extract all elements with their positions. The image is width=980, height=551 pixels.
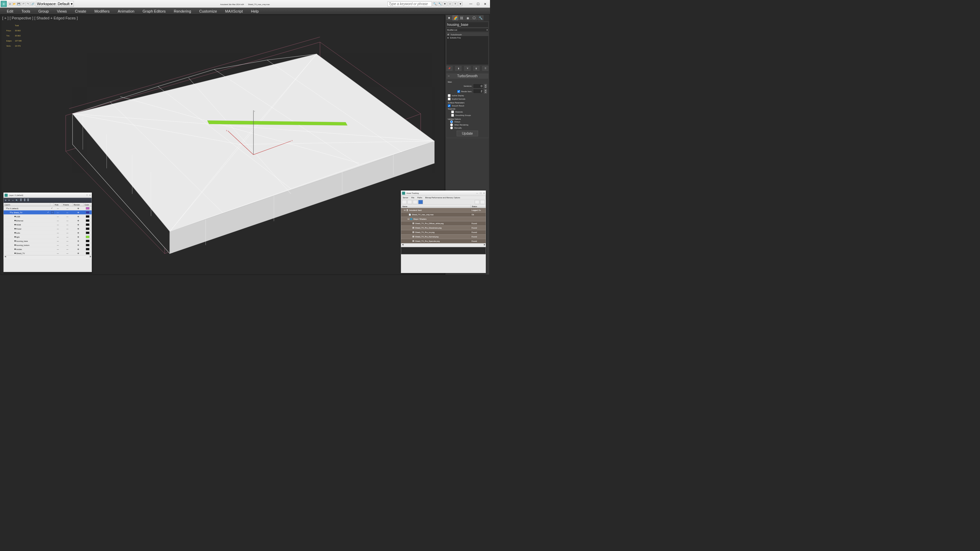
layer-row[interactable]: ⊟≡0 (default)✓——👁: [4, 206, 92, 211]
col-hide[interactable]: Hide: [54, 203, 62, 206]
smooth-result-checkbox[interactable]: [448, 105, 450, 107]
layer-row[interactable]: ◆insides——👁: [4, 247, 92, 251]
always-radio[interactable]: [450, 121, 453, 123]
select-layers-icon[interactable]: ≣: [20, 199, 22, 202]
iterations-field[interactable]: [473, 84, 483, 89]
maximize-icon[interactable]: ☐: [480, 192, 482, 195]
favorite-icon[interactable]: ☆: [448, 2, 452, 6]
asset-row[interactable]: 🖼Shield_TV_Pro_Normal.pngFound: [401, 235, 486, 239]
explicit-normals-checkbox[interactable]: [448, 98, 450, 100]
col-color[interactable]: Color: [84, 203, 92, 206]
close-icon[interactable]: ✕: [483, 192, 485, 195]
isoline-checkbox[interactable]: [448, 94, 450, 97]
delete-layer-icon[interactable]: ✕: [8, 199, 10, 202]
make-unique-icon[interactable]: ∀: [465, 66, 471, 71]
asset-menu-server[interactable]: Server: [403, 197, 408, 198]
layer-row[interactable]: ⊟≡Shield_TV✓——👁: [4, 211, 92, 214]
modifier-editable-poly[interactable]: ■Editable Poly: [447, 36, 488, 39]
render-iters-spinner[interactable]: ▲▼: [484, 89, 487, 93]
asset-row[interactable]: 🖼Shield_TV_Pro_Specular.pngFound: [401, 239, 486, 243]
col-name[interactable]: Name: [401, 205, 471, 208]
table-view-icon[interactable]: [418, 200, 423, 204]
minimize-icon[interactable]: —: [476, 192, 479, 195]
hierarchy-tab-icon[interactable]: ⛓: [459, 15, 465, 21]
modifier-stack[interactable]: ◐TurboSmooth■Editable Poly: [447, 33, 488, 65]
asset-window-titlebar[interactable]: Asset Tracking —☐✕: [401, 191, 486, 196]
search-go-icon[interactable]: 🔍: [433, 2, 437, 6]
layer-window-titlebar[interactable]: Layer: 0 (default) ?✕: [4, 193, 92, 198]
layer-manager-window[interactable]: Layer: 0 (default) ?✕ ≋ ✕ ＋ 🔍 ≣ ≣ ≣ Laye…: [3, 192, 92, 272]
iterations-spinner[interactable]: ▲▼: [484, 84, 487, 88]
freeze-unfreeze-icon[interactable]: ≣: [27, 199, 29, 202]
redo-icon[interactable]: ↷: [26, 2, 30, 6]
tree-icon[interactable]: [413, 200, 417, 204]
col-render[interactable]: Render: [73, 203, 84, 206]
asset-tracking-window[interactable]: Asset Tracking —☐✕ ServerFilePathsBitmap…: [401, 191, 486, 273]
select-objects-icon[interactable]: 🔍: [16, 199, 18, 202]
update-button[interactable]: Update: [457, 130, 478, 137]
col-layers[interactable]: Layers: [4, 203, 50, 206]
layer-row[interactable]: ◆Ethernet——👁: [4, 219, 92, 223]
menu-help[interactable]: Help: [251, 9, 259, 13]
link-icon[interactable]: 🔗: [31, 2, 35, 6]
when-rendering-radio[interactable]: [450, 124, 453, 126]
asset-row[interactable]: 📄Shield_TV_max_vray.maxOk: [401, 213, 486, 217]
create-tab-icon[interactable]: ✹: [446, 15, 452, 21]
pin-stack-icon[interactable]: 📌: [447, 66, 453, 71]
smoothing-groups-checkbox[interactable]: [451, 114, 454, 117]
motion-tab-icon[interactable]: ◉: [465, 15, 471, 21]
new-layer-icon[interactable]: ≋: [5, 199, 6, 202]
render-iters-field[interactable]: [473, 89, 483, 94]
options-icon[interactable]: [480, 200, 485, 204]
workspace-dropdown[interactable]: Workspace: Default: [36, 1, 74, 6]
menu-edit[interactable]: Edit: [7, 9, 13, 13]
menu-animation[interactable]: Animation: [118, 9, 134, 13]
asset-menu-file[interactable]: File: [411, 197, 414, 198]
col-status[interactable]: Status: [471, 205, 486, 208]
display-tab-icon[interactable]: 🖵: [471, 15, 477, 21]
menu-rendering[interactable]: Rendering: [174, 9, 191, 13]
hide-unhide-icon[interactable]: ≣: [24, 199, 25, 202]
show-end-result-icon[interactable]: ▮: [455, 66, 461, 71]
manually-radio[interactable]: [450, 127, 453, 129]
menu-customize[interactable]: Customize: [199, 9, 217, 13]
layer-row[interactable]: ◆Shield_TV——👁: [4, 251, 92, 256]
help-dropdown-icon[interactable]: ▾: [458, 2, 463, 6]
close-icon[interactable]: ✕: [89, 194, 91, 197]
asset-menu-bitmap[interactable]: Bitmap Performance and Memory Options: [425, 197, 460, 198]
menu-views[interactable]: Views: [57, 9, 67, 13]
asset-menu-paths[interactable]: Paths: [417, 197, 422, 198]
open-icon[interactable]: 📂: [13, 2, 17, 6]
layer-row[interactable]: ◆HDMI——👁: [4, 223, 92, 227]
refresh-icon[interactable]: [402, 200, 407, 204]
add-icon[interactable]: ＋: [12, 199, 14, 202]
save-icon[interactable]: 💾: [17, 2, 21, 6]
undo-icon[interactable]: ↶: [21, 2, 25, 6]
minimize-button[interactable]: —: [468, 2, 473, 6]
close-button[interactable]: ✕: [482, 2, 488, 6]
subscription-icon[interactable]: 🔧: [438, 2, 442, 6]
layer-row[interactable]: ◆housing_base——👁: [4, 239, 92, 243]
rollout-header[interactable]: TurboSmooth: [447, 74, 488, 79]
settings-icon[interactable]: [475, 200, 479, 204]
layer-row[interactable]: ◆housing_bottom——👁: [4, 243, 92, 247]
layer-row[interactable]: ◆bolts——👁: [4, 231, 92, 235]
modifier-turbosmooth[interactable]: ◐TurboSmooth: [447, 33, 488, 37]
configure-sets-icon[interactable]: ☰: [482, 66, 488, 71]
modify-tab-icon[interactable]: 🌈: [453, 15, 458, 21]
menu-create[interactable]: Create: [75, 9, 86, 13]
asset-row[interactable]: ⊟🗄Autodesk VaultLogged Ou: [401, 208, 486, 213]
menu-modifiers[interactable]: Modifiers: [94, 9, 110, 13]
asset-row[interactable]: 🖼Shield_TV_Pro_Ior.pngFound: [401, 230, 486, 235]
search-input[interactable]: [388, 2, 432, 6]
new-icon[interactable]: 🗋: [8, 2, 12, 6]
layer-row[interactable]: ◆light——👁: [4, 235, 92, 239]
app-logo-icon[interactable]: 3: [1, 1, 7, 7]
utilities-tab-icon[interactable]: 🔧: [478, 15, 484, 21]
menu-graph-editors[interactable]: Graph Editors: [143, 9, 166, 13]
asset-row[interactable]: 🖼Shield_TV_Pro_Glossiness.pngFound: [401, 226, 486, 230]
layer-row[interactable]: ◆USB——👁: [4, 214, 92, 219]
menu-maxscript[interactable]: MAXScript: [225, 9, 243, 13]
render-iters-checkbox[interactable]: [457, 90, 460, 92]
asset-row[interactable]: ⊟🌐Maps / Shaders: [401, 217, 486, 221]
